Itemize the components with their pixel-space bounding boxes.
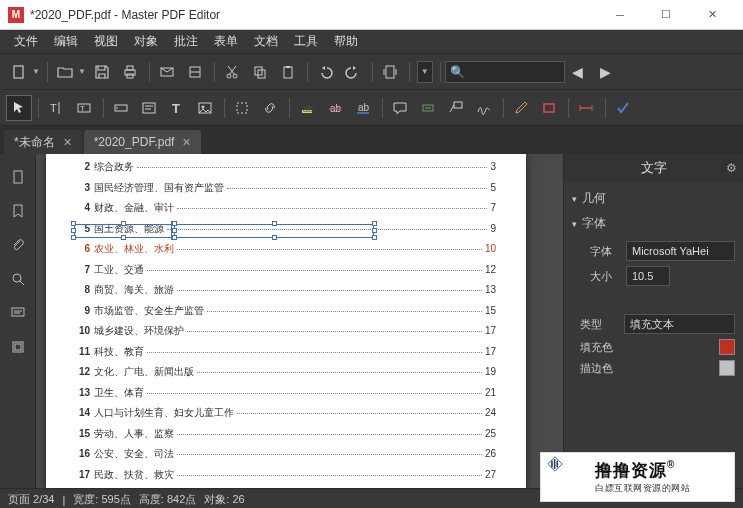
strikeout-tool[interactable]: ab (322, 95, 348, 121)
font-label: 字体 (590, 244, 626, 259)
toc-entry[interactable]: 16公安、安全、司法26 (76, 447, 496, 461)
callout-tool[interactable] (443, 95, 469, 121)
main-toolbar: ▼ ▼ ▼ 🔍 ◀ ▶ (0, 54, 743, 90)
layers-panel-button[interactable] (3, 332, 33, 362)
stamp-tool[interactable] (415, 95, 441, 121)
toc-entry[interactable]: 15劳动、人事、监察25 (76, 427, 496, 441)
save-button[interactable] (89, 59, 115, 85)
check-tool[interactable] (610, 95, 636, 121)
document-tab-1[interactable]: *2020_PDF.pdf✕ (84, 130, 202, 154)
menu-1[interactable]: 编辑 (46, 30, 86, 53)
minimize-button[interactable]: ─ (597, 0, 643, 30)
underline-tool[interactable]: ab (350, 95, 376, 121)
stroke-color-swatch[interactable] (719, 360, 735, 376)
toc-entry[interactable]: 9市场监管、安全生产监管15 (76, 304, 496, 318)
toc-entry[interactable]: 7工业、交通12 (76, 263, 496, 277)
size-value[interactable]: 10.5 (626, 266, 670, 286)
rect-tool[interactable] (536, 95, 562, 121)
svg-rect-47 (15, 344, 21, 350)
toc-entry[interactable]: 10城乡建设、环境保护17 (76, 324, 496, 338)
type-label: 类型 (580, 317, 624, 332)
svg-rect-51 (557, 461, 559, 468)
toc-entry[interactable]: 6农业、林业、水利10 (76, 242, 496, 256)
fill-color-swatch[interactable] (719, 339, 735, 355)
signature-tool[interactable] (471, 95, 497, 121)
pencil-tool[interactable] (508, 95, 534, 121)
new-file-button[interactable] (6, 59, 32, 85)
search-next-button[interactable]: ▶ (593, 59, 619, 85)
scan-button[interactable] (182, 59, 208, 85)
status-objects: 对象: 26 (204, 492, 244, 507)
paste-button[interactable] (275, 59, 301, 85)
search-input[interactable]: 🔍 (445, 61, 565, 83)
canvas-area[interactable]: 2综合政务33国民经济管理、国有资产监管54财政、金融、审计75国土资源、能源9… (36, 154, 563, 488)
textbox-tool[interactable] (136, 95, 162, 121)
toc-entry[interactable]: 12文化、广电、新闻出版19 (76, 365, 496, 379)
menu-6[interactable]: 文档 (246, 30, 286, 53)
menu-4[interactable]: 批注 (166, 30, 206, 53)
panel-settings-icon[interactable]: ⚙ (726, 161, 737, 175)
toc-entry[interactable]: 4财政、金融、审计7 (76, 201, 496, 215)
section-geometry[interactable]: ▾几何 (572, 186, 735, 211)
thumbnails-panel-button[interactable] (3, 162, 33, 192)
toc-entry[interactable]: 3国民经济管理、国有资产监管5 (76, 181, 496, 195)
zoom-dropdown[interactable]: ▼ (417, 61, 433, 83)
open-file-button[interactable] (52, 59, 78, 85)
form-text-tool[interactable] (108, 95, 134, 121)
menu-3[interactable]: 对象 (126, 30, 166, 53)
undo-button[interactable] (312, 59, 338, 85)
image-tool[interactable] (192, 95, 218, 121)
section-font[interactable]: ▾字体 (572, 211, 735, 236)
watermark: 撸撸资源® 白嫖互联网资源的网站 (540, 452, 735, 502)
menu-7[interactable]: 工具 (286, 30, 326, 53)
toc-entry[interactable]: 13卫生、体育21 (76, 386, 496, 400)
properties-panel-title: 文字 ⚙ (564, 154, 743, 182)
attachments-panel-button[interactable] (3, 230, 33, 260)
toc-entry[interactable]: 8商贸、海关、旅游13 (76, 283, 496, 297)
edit-text-tool[interactable]: T (71, 95, 97, 121)
redo-button[interactable] (340, 59, 366, 85)
tab-close-icon[interactable]: ✕ (63, 136, 72, 149)
menu-2[interactable]: 视图 (86, 30, 126, 53)
document-tab-0[interactable]: *未命名✕ (4, 130, 82, 154)
print-button[interactable] (117, 59, 143, 85)
size-label: 大小 (590, 269, 626, 284)
select-area-tool[interactable] (229, 95, 255, 121)
measure-tool[interactable] (573, 95, 599, 121)
svg-rect-2 (127, 66, 133, 70)
menu-5[interactable]: 表单 (206, 30, 246, 53)
tab-bar: *未命名✕*2020_PDF.pdf✕ (0, 126, 743, 154)
svg-rect-12 (286, 66, 290, 68)
menu-0[interactable]: 文件 (6, 30, 46, 53)
comments-panel-button[interactable] (3, 298, 33, 328)
email-button[interactable] (154, 59, 180, 85)
svg-point-8 (233, 74, 237, 78)
tab-close-icon[interactable]: ✕ (182, 136, 191, 149)
search-prev-button[interactable]: ◀ (565, 59, 591, 85)
fit-page-button[interactable] (377, 59, 403, 85)
text-tool[interactable]: T (164, 95, 190, 121)
toc-entry[interactable]: 11科技、教育17 (76, 345, 496, 359)
app-logo: M (8, 7, 24, 23)
select-tool[interactable] (6, 95, 32, 121)
close-button[interactable]: ✕ (689, 0, 735, 30)
toc-entry[interactable]: 5国土资源、能源9 (76, 222, 496, 236)
page-view[interactable]: 2综合政务33国民经济管理、国有资产监管54财政、金融、审计75国土资源、能源9… (46, 154, 526, 488)
type-value[interactable]: 填充文本 (624, 314, 735, 334)
cut-button[interactable] (219, 59, 245, 85)
workspace: 2综合政务33国民经济管理、国有资产监管54财政、金融、审计75国土资源、能源9… (0, 154, 743, 488)
svg-text:T: T (172, 101, 180, 116)
bookmarks-panel-button[interactable] (3, 196, 33, 226)
toc-entry[interactable]: 14人口与计划生育、妇女儿童工作24 (76, 406, 496, 420)
text-select-tool[interactable]: T (43, 95, 69, 121)
font-value[interactable]: Microsoft YaHei (626, 241, 735, 261)
highlight-tool[interactable]: ab (294, 95, 320, 121)
toc-entry[interactable]: 17民政、扶贫、救灾27 (76, 468, 496, 482)
link-tool[interactable] (257, 95, 283, 121)
menu-8[interactable]: 帮助 (326, 30, 366, 53)
maximize-button[interactable]: ☐ (643, 0, 689, 30)
note-tool[interactable] (387, 95, 413, 121)
toc-entry[interactable]: 2综合政务3 (76, 160, 496, 174)
copy-button[interactable] (247, 59, 273, 85)
search-panel-button[interactable] (3, 264, 33, 294)
